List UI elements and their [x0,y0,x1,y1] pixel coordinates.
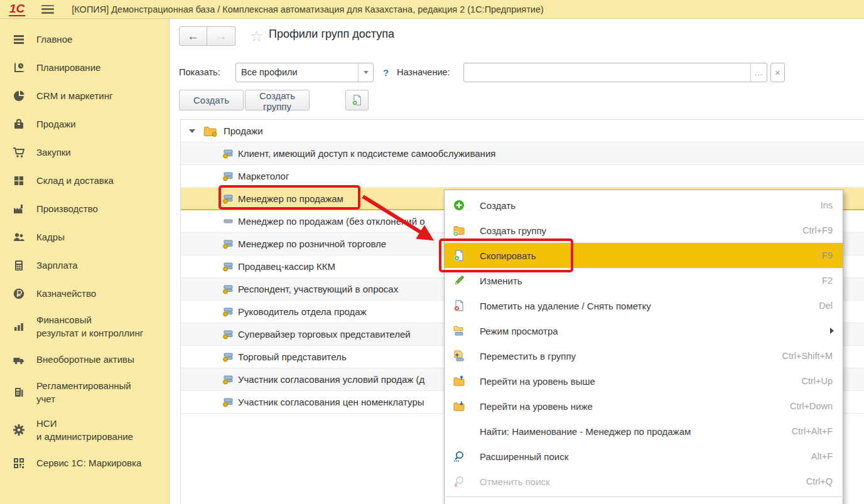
menu-item-create[interactable]: Создать Ins [445,193,843,218]
sidebar-item-purchases[interactable]: Закупки [0,138,169,166]
view-mode-icon [453,324,465,337]
folder-icon [203,126,217,137]
sidebar-item-warehouse[interactable]: Склад и доставка [0,166,169,195]
forward-button[interactable]: → [207,26,235,46]
administration-icon [13,424,25,436]
page-title: Профили групп доступа [269,28,394,41]
navigation-buttons: ← → [179,26,235,46]
advanced-search-icon [453,450,465,463]
sidebar-item-salary[interactable]: Зарплата [0,251,169,279]
sidebar-item-sales[interactable]: Продажи [0,110,169,138]
create-group-icon [453,224,465,237]
profile-row[interactable]: Маркетолог [181,165,864,188]
hr-icon [13,231,25,244]
profile-icon [222,261,234,272]
profile-icon [222,397,234,407]
ellipsis-button[interactable]: ... [750,63,767,82]
profile-icon [222,284,234,294]
sidebar-item-hr[interactable]: Кадры [0,223,169,251]
salary-icon [13,259,25,272]
move-to-group-icon [453,350,465,362]
menu-item-edit[interactable]: Изменить F2 [445,268,843,293]
profiles-filter-select[interactable]: Все профили [235,63,374,82]
planning-icon [13,62,25,74]
sidebar-item-treasury[interactable]: Казначейство [0,279,169,308]
sidebar-item-administration[interactable]: НСИ и администрирование [0,411,169,449]
create-button[interactable]: Создать [179,90,244,110]
menu-item-copy[interactable]: Скопировать F9 [445,243,843,268]
main-menu-icon [13,33,25,46]
help-icon[interactable]: ? [383,63,389,82]
app-title: [КОПИЯ] Демонстрационная база / Комплекс… [72,4,544,14]
menu-item-advanced-search[interactable]: Расширенный поиск Alt+F [445,444,843,469]
menu-item-view-mode[interactable]: Режим просмотра [445,318,843,343]
finance-result-icon [13,320,25,333]
context-menu: Создать Ins Создать группу Ctrl+F9 Скопи… [444,190,843,504]
menu-item-level-down[interactable]: Перейти на уровень ниже Ctrl+Down [445,394,843,419]
profile-icon [222,193,234,204]
menu-item-create-group[interactable]: Создать группу Ctrl+F9 [445,218,843,243]
purpose-label: Назначение: [397,63,450,82]
1c-logo-icon: 1С [9,3,25,16]
profile-icon [222,306,234,317]
edit-pencil-icon [453,274,465,287]
copy-document-icon [351,94,363,106]
menu-item-find[interactable]: Найти: Наименование - Менеджер по продаж… [445,419,843,444]
level-down-icon [453,400,465,412]
menu-separator [445,496,842,497]
back-button[interactable]: ← [179,26,207,46]
sidebar-item-crm[interactable]: CRM и маркетинг [0,82,169,110]
profile-plain-icon [222,216,234,227]
purpose-input-wrap: ... [463,63,767,82]
clear-button[interactable]: × [770,63,785,82]
show-label: Показать: [179,63,220,82]
submenu-arrow-icon [830,328,834,334]
mark-deletion-icon [453,299,465,312]
tree-group-row[interactable]: Продажи [181,120,864,142]
sidebar-item-finance-result[interactable]: Финансовый результат и контроллинг [0,308,169,345]
menu-item-level-up[interactable]: Перейти на уровень выше Ctrl+Up [445,368,843,394]
menu-item-move-to-group[interactable]: Переместить в группу Ctrl+Shift+M [445,343,843,368]
profile-row[interactable]: Клиент, имеющий доступ к подсистеме само… [181,142,864,165]
filter-row: Показать: Все профили ? Назначение: ... … [170,63,864,83]
marking-icon [13,457,25,469]
crm-marketing-icon [13,90,25,102]
menu-item-mark-deletion[interactable]: Пометить на удаление / Снять пометку Del [445,293,843,318]
create-group-button[interactable]: Создать группу [245,90,310,110]
menu-item-cancel-search: Отменить поиск Ctrl+Q [445,469,843,494]
profile-icon [222,239,234,249]
profiles-filter-value: Все профили [236,63,358,82]
copy-button[interactable] [345,90,369,110]
menu-item-copy-clipboard[interactable]: Копировать Ctrl+C [445,500,843,504]
profile-icon [222,171,234,181]
profile-icon [222,351,234,362]
cancel-search-icon [453,475,465,488]
sales-icon [13,118,25,131]
sidebar-item-main[interactable]: Главное [0,25,169,53]
level-up-icon [453,375,465,387]
purchases-icon [13,146,25,159]
treasury-icon [13,287,25,300]
sidebar: Главное Планирование CRM и маркетинг Про… [0,19,170,504]
sidebar-item-production[interactable]: Производство [0,195,169,223]
no-icon [453,425,465,437]
chevron-down-icon[interactable] [358,63,373,82]
copy-document-icon [453,249,465,262]
create-icon [453,199,465,212]
favorite-star-icon[interactable]: ☆ [250,28,264,45]
profile-icon [222,374,234,385]
warehouse-icon [13,174,25,187]
production-icon [13,203,25,215]
profile-icon [222,329,234,340]
sidebar-item-marking-service[interactable]: Сервис 1С: Маркировка [0,449,169,477]
sidebar-item-planning[interactable]: Планирование [0,53,169,82]
purpose-input[interactable] [464,63,750,82]
regulated-accounting-icon [13,386,25,399]
titlebar: 1С [КОПИЯ] Демонстрационная база / Компл… [0,0,864,19]
profile-icon [222,148,234,159]
sidebar-item-fixed-assets[interactable]: Внеоборотные активы [0,345,169,373]
hamburger-menu-icon[interactable] [41,5,54,14]
sidebar-item-regulated-accounting[interactable]: Регламентированный учет [0,373,169,411]
tree-group-label: Продажи [224,126,263,136]
collapse-caret-icon[interactable] [189,129,195,133]
